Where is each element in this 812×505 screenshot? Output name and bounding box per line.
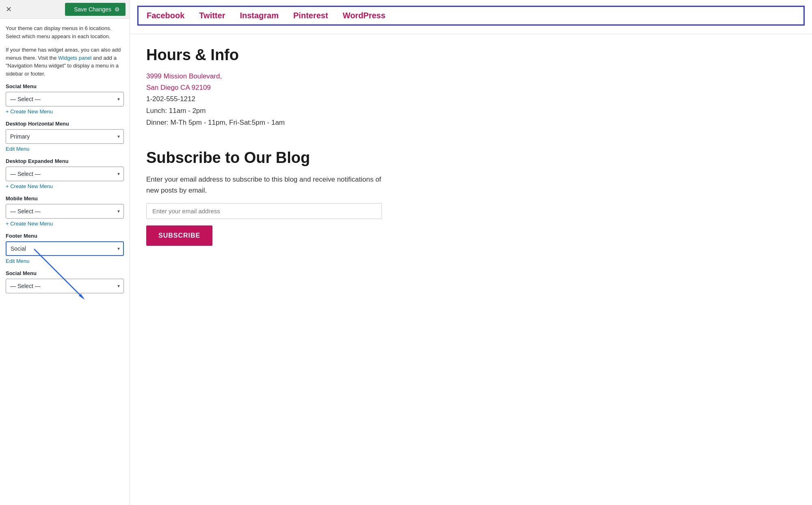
social-menu-title: Social Menu — [6, 83, 124, 89]
dinner-text: Dinner: M-Th 5pm - 11pm, Fri-Sat:5pm - 1… — [146, 117, 796, 129]
footer-menu-select[interactable]: — Select — Primary Social — [6, 241, 124, 256]
widgets-panel-link[interactable]: Widgets panel — [58, 55, 91, 61]
desktop-expanded-title: Desktop Expanded Menu — [6, 158, 124, 164]
menu-section-desktop-horizontal: Desktop Horizontal Menu — Select — Prima… — [6, 121, 124, 152]
menu-section-footer: Footer Menu — Select — Primary Social ▾ … — [6, 233, 124, 264]
phone-text: 1-202-555-1212 — [146, 93, 796, 105]
desktop-expanded-select-wrap: — Select — Primary Social ▾ — [6, 167, 124, 181]
desktop-expanded-create-link[interactable]: + Create New Menu — [6, 183, 53, 189]
menu-section-social: Social Menu — Select — Primary Social ▾ … — [6, 83, 124, 115]
desktop-horizontal-title: Desktop Horizontal Menu — [6, 121, 124, 127]
sidebar: ✕ Save Changes ⚙ Your theme can display … — [0, 0, 130, 505]
mobile-menu-title: Mobile Menu — [6, 195, 124, 202]
social-menu-2-title: Social Menu — [6, 270, 124, 276]
sidebar-header: ✕ Save Changes ⚙ — [0, 0, 130, 19]
sidebar-content: Your theme can display menus in 6 locati… — [0, 19, 130, 505]
desktop-horizontal-select[interactable]: — Select — Primary Social — [6, 129, 124, 144]
sidebar-description-2: If your theme has widget areas, you can … — [6, 46, 124, 78]
close-button[interactable]: ✕ — [3, 3, 14, 15]
address-line1-link[interactable]: 3999 Mission Boulevard, — [146, 71, 796, 82]
social-menu-2-select-wrap: — Select — Primary Social ▾ — [6, 279, 124, 293]
footer-menu-select-wrap: — Select — Primary Social ▾ — [6, 241, 124, 256]
nav-link-facebook[interactable]: Facebook — [147, 11, 184, 20]
social-menu-create-link[interactable]: + Create New Menu — [6, 108, 53, 115]
nav-link-twitter[interactable]: Twitter — [199, 11, 225, 20]
menu-section-mobile: Mobile Menu — Select — Primary Social ▾ … — [6, 195, 124, 227]
social-menu-select-wrap: — Select — Primary Social ▾ — [6, 92, 124, 106]
address-line2-link[interactable]: San Diego CA 92109 — [146, 82, 796, 93]
top-nav: Facebook Twitter Instagram Pinterest Wor… — [137, 6, 805, 26]
main-body: Hours & Info 3999 Mission Boulevard, San… — [130, 34, 812, 262]
footer-menu-title: Footer Menu — [6, 233, 124, 239]
menu-section-social-2: Social Menu — Select — Primary Social ▾ — [6, 270, 124, 293]
subscribe-heading: Subscribe to Our Blog — [146, 149, 796, 167]
save-changes-button[interactable]: Save Changes ⚙ — [65, 3, 126, 16]
subscribe-button[interactable]: SUBSCRIBE — [146, 225, 212, 246]
menu-section-desktop-expanded: Desktop Expanded Menu — Select — Primary… — [6, 158, 124, 190]
desktop-horizontal-edit-link[interactable]: Edit Menu — [6, 146, 30, 152]
mobile-menu-select-wrap: — Select — Primary Social ▾ — [6, 204, 124, 219]
mobile-menu-select[interactable]: — Select — Primary Social — [6, 204, 124, 219]
subscribe-section: Subscribe to Our Blog Enter your email a… — [146, 149, 796, 246]
footer-menu-edit-link[interactable]: Edit Menu — [6, 258, 30, 264]
desktop-expanded-select[interactable]: — Select — Primary Social — [6, 167, 124, 181]
hours-info-heading: Hours & Info — [146, 46, 796, 64]
social-menu-select[interactable]: — Select — Primary Social — [6, 92, 124, 106]
desktop-horizontal-select-wrap: — Select — Primary Social ▾ — [6, 129, 124, 144]
nav-link-pinterest[interactable]: Pinterest — [293, 11, 328, 20]
nav-link-wordpress[interactable]: WordPress — [343, 11, 385, 20]
email-input[interactable] — [146, 203, 382, 219]
svg-marker-1 — [79, 294, 85, 300]
close-icon: ✕ — [6, 5, 12, 13]
main-content: Facebook Twitter Instagram Pinterest Wor… — [130, 0, 812, 505]
sidebar-description-1: Your theme can display menus in 6 locati… — [6, 24, 124, 40]
lunch-text: Lunch: 11am - 2pm — [146, 105, 796, 117]
subscribe-description: Enter your email address to subscribe to… — [146, 174, 382, 196]
nav-link-instagram[interactable]: Instagram — [240, 11, 279, 20]
gear-icon: ⚙ — [115, 6, 120, 13]
social-menu-2-select[interactable]: — Select — Primary Social — [6, 279, 124, 293]
mobile-menu-create-link[interactable]: + Create New Menu — [6, 221, 53, 227]
